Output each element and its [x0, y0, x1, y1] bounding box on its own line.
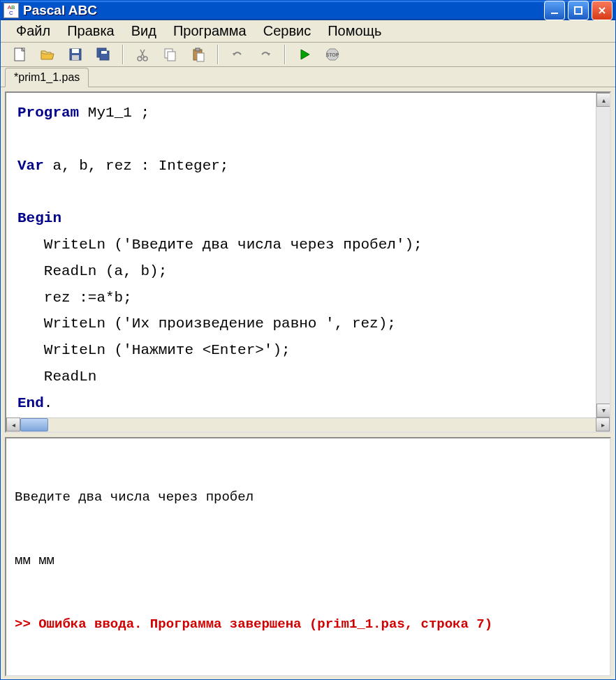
svg-rect-8 [101, 51, 107, 54]
tab-file[interactable]: *prim1_1.pas [5, 68, 89, 87]
error-text: Ошибка ввода. Программа завершена (prim1… [38, 616, 492, 632]
toolbar-separator [284, 45, 286, 64]
tab-bar: *prim1_1.pas [1, 67, 615, 87]
maximize-button[interactable] [568, 1, 589, 20]
save-all-button[interactable] [91, 43, 115, 66]
code-content[interactable]: Program My1_1 ; Var a, b, rez : Integer;… [6, 93, 610, 416]
copy-button[interactable] [159, 43, 182, 66]
new-button[interactable] [8, 43, 31, 66]
close-button[interactable] [592, 1, 613, 20]
svg-rect-5 [72, 55, 79, 60]
svg-point-10 [143, 57, 147, 61]
scroll-down-icon[interactable]: ▾ [596, 404, 610, 417]
scroll-right-icon[interactable]: ▸ [596, 417, 610, 431]
window-title: Pascal ABC [23, 3, 544, 18]
menu-service[interactable]: Сервис [256, 20, 318, 42]
toolbar-separator [217, 45, 219, 64]
menu-view[interactable]: Вид [124, 20, 163, 42]
vertical-scrollbar[interactable]: ▴ ▾ [596, 93, 610, 417]
window-controls [544, 1, 613, 20]
app-window: ABC Pascal ABC Файл Правка Вид Программа… [0, 0, 616, 680]
scroll-up-icon[interactable]: ▴ [596, 93, 610, 107]
app-icon: ABC [3, 3, 19, 18]
horizontal-scrollbar[interactable]: ◂ ▸ [6, 417, 610, 431]
cut-button[interactable] [131, 43, 154, 66]
titlebar[interactable]: ABC Pascal ABC [1, 1, 615, 20]
output-error-line: >> Ошибка ввода. Программа завершена (pr… [15, 614, 601, 635]
scroll-left-icon[interactable]: ◂ [6, 417, 20, 431]
stop-button[interactable]: STOP [321, 43, 344, 66]
svg-point-9 [138, 57, 142, 61]
output-line: мм мм [15, 550, 601, 571]
menubar: Файл Правка Вид Программа Сервис Помощь [1, 20, 615, 43]
output-panel[interactable]: Введите два числа через пробел мм мм >> … [5, 437, 611, 677]
menu-help[interactable]: Помощь [321, 20, 388, 42]
error-prefix: >> [15, 616, 38, 632]
menu-program[interactable]: Программа [166, 20, 254, 42]
svg-rect-14 [196, 48, 200, 51]
svg-rect-12 [168, 52, 175, 61]
menu-file[interactable]: Файл [9, 20, 57, 42]
open-button[interactable] [36, 43, 59, 66]
save-button[interactable] [64, 43, 87, 66]
editor-area: Program My1_1 ; Var a, b, rez : Integer;… [1, 87, 615, 680]
code-editor: Program My1_1 ; Var a, b, rez : Integer;… [5, 91, 611, 433]
minimize-button[interactable] [544, 1, 565, 20]
redo-button[interactable] [254, 43, 277, 66]
paste-button[interactable] [186, 43, 210, 66]
scroll-track[interactable] [596, 107, 610, 404]
svg-rect-15 [197, 53, 204, 61]
svg-text:STOP: STOP [326, 52, 339, 57]
svg-rect-0 [551, 13, 558, 14]
run-button[interactable] [293, 43, 316, 66]
toolbar: STOP [1, 43, 615, 67]
menu-edit[interactable]: Правка [60, 20, 122, 42]
svg-rect-1 [575, 7, 582, 14]
undo-button[interactable] [226, 43, 249, 66]
scroll-thumb[interactable] [20, 418, 48, 431]
output-line: Введите два числа через пробел [15, 487, 601, 508]
svg-rect-4 [72, 49, 79, 53]
toolbar-separator [122, 45, 124, 64]
